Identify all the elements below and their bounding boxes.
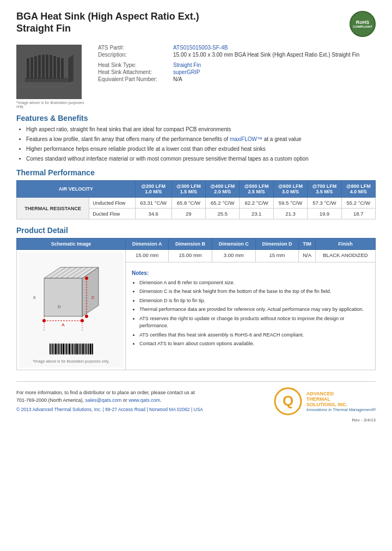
product-specs: ATS Part#: ATS015015003-SF-4B Descriptio…	[98, 45, 376, 108]
ats-name3: SOLUTIONS, INC.	[307, 402, 376, 407]
features-list: High aspect ratio, straight fin heat sin…	[16, 126, 376, 163]
ducted-500: 23.1	[240, 209, 273, 219]
notes-list: Dimension A and B refer to component siz…	[132, 279, 369, 348]
thermal-resistance-label: THERMAL RESISTANCE	[17, 198, 89, 219]
tim-value: N/A	[299, 250, 316, 262]
col-300: @300 LFM1.5 M/S	[171, 181, 205, 198]
ats-name1: ADVANCED	[307, 391, 376, 396]
finish-value: BLACK ANODIZED	[315, 250, 375, 262]
svg-rect-47	[69, 344, 70, 354]
product-detail-table: Schematic Image Dimension A Dimension B …	[16, 238, 376, 370]
svg-rect-59	[87, 344, 88, 354]
svg-rect-58	[85, 344, 87, 354]
dim-c-value: 3.00 mm	[212, 250, 255, 262]
col-700: @700 LFM3.5 M/S	[308, 181, 341, 198]
svg-rect-44	[65, 344, 65, 354]
product-info-section: *Image above is for illustration purpose…	[16, 45, 376, 108]
air-velocity-header: AIR VELOCITY	[17, 181, 136, 198]
footer-website[interactable]: www.qats.com.	[128, 397, 162, 403]
page-header: BGA Heat Sink (High Aspect Ratio Ext.) S…	[16, 11, 376, 37]
svg-text:C: C	[91, 295, 95, 300]
unducted-row: THERMAL RESISTANCE Unducted Flow 63.31 °…	[17, 198, 376, 209]
barcode-svg	[50, 344, 93, 357]
svg-rect-5	[42, 54, 45, 79]
note-6: ATS certifies that this heat sink assemb…	[139, 332, 369, 339]
col-400: @400 LFM2.0 M/S	[206, 181, 240, 198]
feature-item-1: High aspect ratio, straight fin heat sin…	[26, 126, 376, 133]
unducted-300: 65.8 °C/W	[171, 198, 205, 209]
tim-header: TIM	[299, 238, 316, 250]
finish-header: Finish	[315, 238, 375, 250]
ducted-400: 25.5	[206, 209, 240, 219]
heat-sink-type-label: Heat Sink Type:	[98, 62, 169, 68]
rohs-text: RoHS	[356, 20, 370, 25]
col-200: @200 LFM1.0 M/S	[135, 181, 171, 198]
footer-left: For more information, to find a distribu…	[16, 389, 203, 413]
page-number: Rev - 3/4/13	[16, 418, 376, 423]
heat-sink-image	[19, 47, 79, 96]
svg-rect-34	[50, 344, 51, 354]
equiv-part-value: N/A	[173, 76, 376, 82]
description-label: Description:	[98, 52, 169, 58]
product-title: BGA Heat Sink (High Aspect Ratio Ext.) S…	[16, 11, 199, 34]
svg-rect-49	[72, 344, 73, 354]
svg-rect-56	[82, 344, 84, 354]
product-image-area: *Image above is for illustration purpose…	[16, 45, 87, 108]
heat-sink-type: Straight Fin	[173, 62, 376, 68]
svg-rect-40	[58, 344, 59, 354]
footer-email[interactable]: sales@qats.com	[85, 397, 122, 403]
svg-text:A: A	[62, 322, 65, 327]
ats-name2: THERMAL	[307, 396, 376, 402]
title-line2: Straight Fin	[16, 23, 199, 35]
features-title: Features & Benefits	[16, 114, 376, 123]
ats-logo-area: Q ADVANCED THERMAL SOLUTIONS, INC. Innov…	[274, 387, 376, 415]
svg-rect-54	[79, 344, 81, 354]
dim-b-header: Dimension B	[169, 238, 212, 250]
svg-marker-12	[68, 54, 74, 83]
feature-item-2: Features a low profile, slant fin array …	[26, 136, 376, 143]
ducted-200: 34.6	[135, 209, 171, 219]
ducted-700: 19.9	[308, 209, 341, 219]
svg-rect-37	[54, 344, 54, 354]
ducted-label: Ducted Flow	[89, 209, 135, 219]
ducted-600: 21.3	[273, 209, 307, 219]
svg-point-29	[85, 315, 88, 318]
schematic-img-area: A C D B	[19, 252, 124, 368]
svg-rect-3	[34, 56, 37, 79]
svg-rect-55	[81, 344, 82, 354]
unducted-800: 55.2 °C/W	[341, 198, 375, 209]
unducted-200: 63.31 °C/W	[135, 198, 171, 209]
thermal-table: AIR VELOCITY @200 LFM1.0 M/S @300 LFM1.5…	[16, 180, 376, 219]
unducted-label: Unducted Flow	[89, 198, 135, 209]
svg-rect-57	[84, 344, 85, 354]
unducted-700: 57.3 °C/W	[308, 198, 341, 209]
ducted-300: 29	[171, 209, 205, 219]
part-label: ATS Part#:	[98, 45, 169, 51]
col-600: @600 LFM3.0 M/S	[273, 181, 307, 198]
dim-a-header: Dimension A	[126, 238, 169, 250]
svg-rect-9	[57, 57, 60, 79]
svg-rect-53	[78, 344, 79, 354]
svg-rect-50	[74, 344, 74, 354]
title-line1: BGA Heat Sink (High Aspect Ratio Ext.)	[16, 11, 199, 23]
maxiflow-link: maxiFLOW™	[230, 136, 262, 142]
notes-area: Notes: Dimension A and B refer to compon…	[127, 265, 373, 354]
svg-rect-52	[76, 344, 78, 354]
svg-rect-62	[92, 344, 93, 354]
product-detail-title: Product Detail	[16, 226, 376, 235]
svg-marker-14	[44, 278, 82, 316]
col-800: @800 LFM4.0 M/S	[341, 181, 375, 198]
svg-rect-42	[61, 344, 62, 354]
schematic-header: Schematic Image	[17, 238, 126, 250]
part-number: ATS015015003-SF-4B	[173, 45, 376, 51]
svg-rect-39	[57, 344, 58, 354]
svg-rect-38	[55, 344, 57, 354]
unducted-600: 59.5 °C/W	[273, 198, 307, 209]
svg-point-28	[85, 277, 88, 280]
svg-text:Q: Q	[283, 393, 293, 409]
svg-rect-61	[90, 344, 91, 354]
notes-cell: Notes: Dimension A and B refer to compon…	[126, 262, 376, 370]
svg-rect-51	[75, 344, 76, 354]
svg-rect-46	[68, 344, 68, 354]
footer-copyright: © 2013 Advanced Thermal Solutions, Inc. …	[16, 406, 203, 413]
